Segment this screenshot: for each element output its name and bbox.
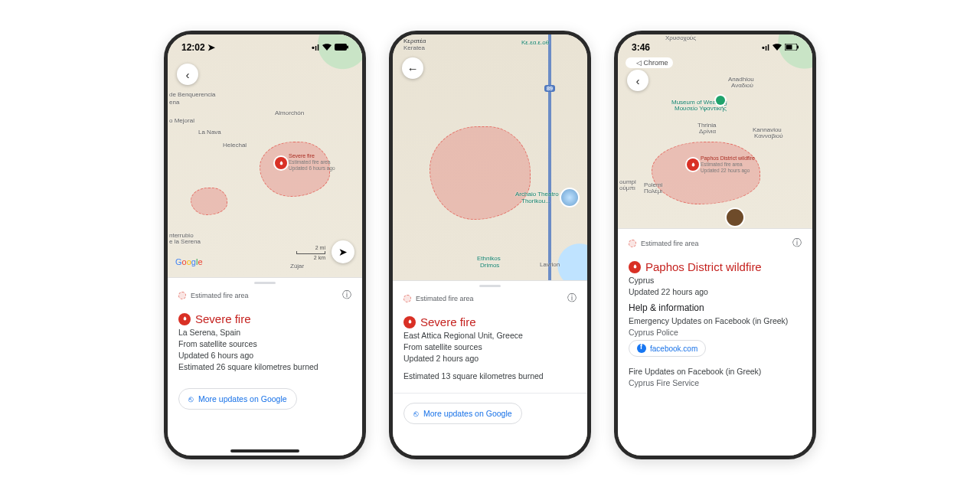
fire-card: Paphos District wildfire Cyprus Updated … — [618, 256, 812, 394]
signal-icon: •ıl — [762, 43, 769, 52]
poi-photo-badge[interactable] — [725, 207, 745, 227]
fire-marker[interactable] — [275, 157, 287, 169]
fire-area-legend-icon — [178, 292, 186, 299]
legend-row: Estimated fire area ⓘ — [393, 289, 587, 311]
flame-icon — [629, 261, 641, 273]
wifi-icon — [322, 43, 332, 52]
help-source: Cyprus Police — [629, 328, 802, 337]
back-button[interactable]: ‹ — [627, 70, 648, 91]
bottom-sheet[interactable]: Estimated fire area ⓘ Severe fire La Ser… — [168, 277, 362, 456]
fire-area-legend-icon — [629, 240, 636, 247]
map-scale: 2 mi 2 km — [296, 245, 325, 260]
more-updates-button[interactable]: ⎋ More updates on Google — [178, 388, 297, 410]
phone-mockup-1: 12:02 ➤ •ıl ‹ de Benquerencia ena o Mejo… — [164, 31, 366, 459]
bottom-sheet[interactable]: Estimated fire area ⓘ Paphos District wi… — [618, 228, 812, 456]
fire-title: Paphos District wildfire — [645, 260, 762, 273]
help-subtitle-2: Fire Updates on Facebook (in Greek) — [629, 367, 802, 376]
map-place-label: ούμπι — [619, 185, 635, 191]
fire-area-shape — [430, 126, 531, 220]
svg-rect-1 — [347, 46, 348, 49]
open-external-icon: ⎋ — [413, 409, 419, 418]
legend-label: Estimated fire area — [191, 292, 249, 299]
help-subtitle: Emergency Updates on Facebook (in Greek) — [629, 316, 802, 325]
locate-button[interactable]: ➤ — [332, 240, 354, 263]
fire-marker[interactable] — [687, 158, 699, 171]
facebook-icon — [637, 344, 646, 353]
signal-icon: •ıl — [312, 43, 319, 52]
more-updates-button[interactable]: ⎋ More updates on Google — [403, 403, 522, 424]
google-logo: Google — [175, 257, 203, 266]
fire-updated: Updated 22 hours ago — [629, 287, 802, 296]
info-icon[interactable]: ⓘ — [567, 292, 577, 305]
map-place-label: Κερατέα — [403, 38, 426, 44]
map-place-label: Helechal — [223, 142, 247, 149]
legend-label: Estimated fire area — [641, 240, 699, 247]
map-view[interactable]: 12:02 ➤ •ıl ‹ de Benquerencia ena o Mejo… — [168, 34, 362, 277]
map-place-label: de Benquerencia — [169, 91, 216, 98]
sheet-handle[interactable] — [479, 285, 501, 287]
sheet-handle[interactable] — [254, 282, 276, 284]
open-external-icon: ⎋ — [188, 394, 194, 403]
map-place-label: Χρυσοχούς — [665, 34, 696, 41]
fire-location: East Attica Regional Unit, Greece — [403, 331, 577, 340]
svg-rect-4 — [797, 46, 799, 49]
fire-title: Severe fire — [420, 315, 476, 328]
map-place-label: ena — [169, 99, 179, 106]
chrome-source-badge[interactable]: ◁ Chrome — [626, 57, 673, 68]
map-place-label: Κανναβιού — [754, 132, 783, 139]
map-place-label: Κε.εα.ε.οθ — [521, 39, 549, 46]
map-place-label: Μουσείο Υφαντικής — [675, 105, 727, 112]
divider — [393, 393, 587, 394]
map-place-label: Αναδιού — [731, 82, 753, 89]
map-place-label: Ethnikos — [477, 255, 501, 262]
fire-estimate: Estimated 13 square kilometres burned — [403, 371, 577, 381]
fire-area-shape — [191, 188, 227, 215]
chevron-left-icon: ‹ — [186, 68, 190, 81]
map-place-label: Keratea — [403, 44, 425, 51]
svg-rect-0 — [335, 44, 347, 51]
map-place-label: o Mejoral — [169, 117, 194, 124]
svg-rect-3 — [786, 45, 792, 50]
phone-mockup-2: ← 89 Κερατέα Keratea Κε.εα.ε.οθ Archaio … — [389, 31, 591, 459]
map-place-label: Thorikou... — [521, 198, 550, 204]
map-place-label: La Nava — [198, 129, 221, 136]
map-place-label: Πολέμι — [644, 188, 662, 194]
more-updates-label: More updates on Google — [423, 409, 512, 418]
road-shield: 89 — [544, 85, 555, 92]
status-time: 3:46 — [632, 42, 650, 53]
map-place-label: Lavrion — [540, 261, 560, 268]
fire-location: La Serena, Spain — [178, 328, 351, 337]
poi-photo-badge[interactable] — [560, 188, 580, 207]
home-indicator — [230, 449, 299, 452]
fire-updated: Updated 6 hours ago — [178, 351, 351, 360]
status-bar: 3:46 •ıl — [632, 42, 799, 53]
fire-source: From satellite sources — [403, 342, 577, 351]
legend-row: Estimated fire area ⓘ — [618, 229, 812, 256]
fire-location: Cyprus — [629, 276, 802, 285]
legend-row: Estimated fire area ⓘ — [168, 286, 362, 308]
fire-card: Severe fire East Attica Regional Unit, G… — [393, 311, 587, 387]
facebook-link[interactable]: facebook.com — [629, 340, 706, 357]
poi-pin-icon[interactable] — [716, 96, 725, 105]
info-icon[interactable]: ⓘ — [342, 289, 351, 302]
arrow-left-icon: ← — [407, 62, 419, 75]
battery-icon — [335, 43, 348, 52]
help-source-2: Cyprus Fire Service — [629, 378, 802, 387]
location-arrow-icon: ➤ — [338, 246, 348, 258]
map-view[interactable]: ← 89 Κερατέα Keratea Κε.εα.ε.οθ Archaio … — [393, 34, 587, 280]
back-button[interactable]: ← — [402, 57, 423, 79]
fire-caption: Severe fire Estimated fire area Updated … — [289, 153, 335, 172]
fire-card: Severe fire La Serena, Spain From satell… — [168, 308, 362, 377]
fire-caption: Paphos District wildfire Estimated fire … — [701, 155, 755, 174]
map-view[interactable]: 3:46 •ıl ◁ Chrome ‹ Χρυσοχούς Anadhiou Α… — [618, 34, 812, 228]
wifi-icon — [773, 43, 782, 52]
status-time: 12:02 ➤ — [181, 42, 215, 53]
map-place-label: Almorchón — [275, 109, 304, 116]
info-icon[interactable]: ⓘ — [792, 237, 802, 250]
back-button[interactable]: ‹ — [177, 64, 198, 85]
help-header: Help & information — [629, 302, 802, 313]
bottom-sheet[interactable]: Estimated fire area ⓘ Severe fire East A… — [393, 280, 587, 456]
map-place-label: Archaio Theatro — [515, 191, 559, 198]
flame-icon — [178, 313, 191, 325]
chevron-left-icon: ‹ — [636, 74, 640, 87]
